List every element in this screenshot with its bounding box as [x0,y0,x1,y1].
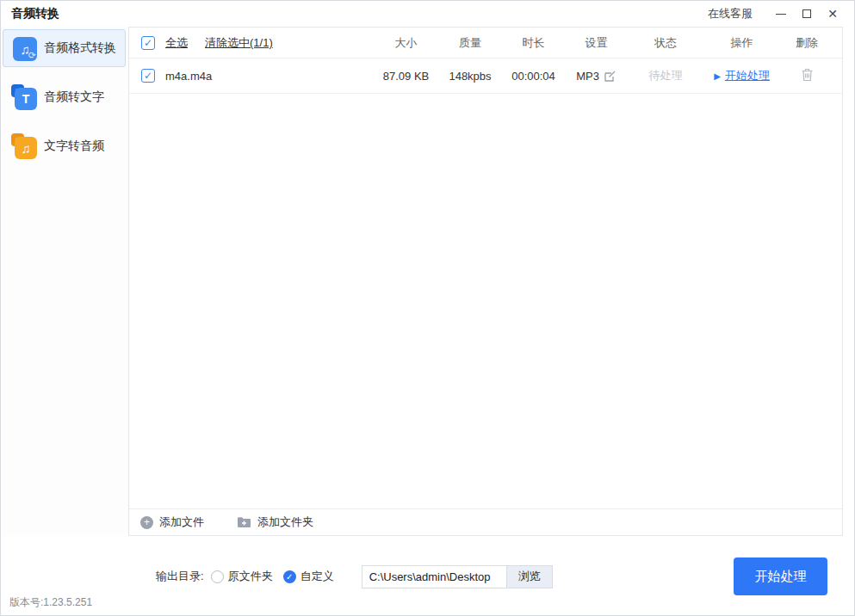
radio-on-icon: ✓ [283,570,296,583]
add-folder-icon [237,516,251,528]
sidebar-item-label: 音频转文字 [44,89,104,105]
select-all-checkbox[interactable]: ✓ [141,36,155,50]
check-icon: ✓ [144,37,152,49]
audio-to-text-icon: ↘ T [11,84,37,110]
file-duration: 00:00:04 [502,70,565,83]
version-label: 版本号:1.23.5.251 [9,595,92,610]
start-process-button[interactable]: 开始处理 [734,557,827,595]
file-format-cell: MP3 [565,70,628,83]
row-checkbox[interactable]: ✓ [141,69,155,83]
sidebar-item-label: 文字转音频 [44,139,104,154]
empty-list-area [129,94,842,508]
table-row: ✓ m4a.m4a 87.09 KB 148kpbs 00:00:04 MP3 … [129,59,842,94]
row-start-process-label: 开始处理 [725,68,770,83]
titlebar: 音频转换 在线客服 ✕ [1,1,854,27]
radio-custom-label: 自定义 [300,569,334,584]
action-cell: ▶ 开始处理 [703,68,780,83]
file-format: MP3 [576,70,599,83]
check-icon: ✓ [144,70,152,82]
footer-bar: 输出目录: 原文件夹 ✓ 自定义 浏览 开始处理 版本号:1.23.5.251 [1,536,854,616]
sidebar-item-text-to-audio[interactable]: ↘ ♫ 文字转音频 [3,127,126,165]
add-file-button[interactable]: + 添加文件 [140,514,204,530]
file-size: 87.09 KB [374,70,438,83]
radio-custom-folder[interactable]: ✓ 自定义 [283,569,334,584]
add-files-bar: + 添加文件 添加文件夹 [129,508,842,535]
maximize-icon [802,9,811,18]
clear-selected-link[interactable]: 清除选中(1/1) [205,35,273,51]
sidebar: ♫ ⟳ 音频格式转换 ↘ T 音频转文字 ↘ ♫ 文字转音频 [1,27,128,536]
text-to-audio-icon: ↘ ♫ [11,133,37,159]
minimize-icon [776,14,786,15]
main-area: ♫ ⟳ 音频格式转换 ↘ T 音频转文字 ↘ ♫ 文字转音频 ✓ [1,27,854,536]
add-file-label: 添加文件 [159,514,204,530]
browse-button[interactable]: 浏览 [506,565,553,588]
sidebar-item-audio-to-text[interactable]: ↘ T 音频转文字 [3,78,126,116]
column-header-status: 状态 [628,35,703,51]
letter-t-icon: T [22,92,30,106]
file-quality: 148kpbs [438,70,502,83]
select-all-link[interactable]: 全选 [165,35,188,51]
minimize-button[interactable] [768,3,794,24]
header-select-group: ✓ 全选 清除选中(1/1) [141,35,374,51]
column-header-delete: 删除 [780,35,833,51]
music-note-icon: ♫ [21,141,30,156]
output-dir-label: 输出目录: [156,569,204,584]
column-header-quality: 质量 [438,35,502,51]
radio-original-label: 原文件夹 [228,569,273,584]
maximize-button[interactable] [794,3,820,24]
close-button[interactable]: ✕ [820,3,846,24]
output-path-input[interactable] [362,565,506,588]
column-header-settings: 设置 [565,35,628,51]
sync-icon: ⟳ [28,50,36,61]
column-header-duration: 时长 [502,35,565,51]
radio-original-folder[interactable]: 原文件夹 [211,569,273,584]
window-title: 音频转换 [11,6,59,22]
close-icon: ✕ [827,8,838,20]
file-list-panel: ✓ 全选 清除选中(1/1) 大小 质量 时长 设置 状态 操作 删除 ✓ m4… [128,27,843,536]
add-folder-label: 添加文件夹 [257,514,313,530]
play-icon: ▶ [714,71,721,81]
trash-icon[interactable] [801,68,814,82]
sidebar-item-label: 音频格式转换 [44,40,116,56]
status-badge: 待处理 [628,68,703,83]
column-header-size: 大小 [374,35,438,51]
online-service-link[interactable]: 在线客服 [708,6,753,22]
list-header-row: ✓ 全选 清除选中(1/1) 大小 质量 时长 设置 状态 操作 删除 [129,28,842,59]
edit-format-icon[interactable] [604,70,616,83]
sidebar-item-audio-format-convert[interactable]: ♫ ⟳ 音频格式转换 [3,29,126,67]
radio-off-icon [211,570,224,583]
add-folder-button[interactable]: 添加文件夹 [237,514,313,530]
file-cell: ✓ m4a.m4a [141,69,374,83]
file-name: m4a.m4a [165,70,212,83]
row-start-process-link[interactable]: ▶ 开始处理 [714,68,770,83]
audio-format-convert-icon: ♫ ⟳ [11,35,37,61]
column-header-action: 操作 [703,35,780,51]
delete-cell [780,68,833,84]
add-file-icon: + [140,516,153,529]
